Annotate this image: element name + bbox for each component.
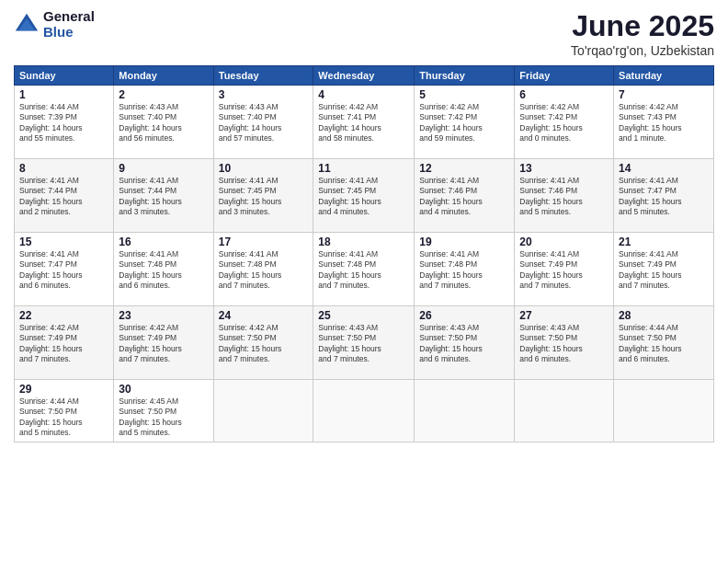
- day-number: 17: [219, 236, 309, 248]
- day-cell: 20Sunrise: 4:41 AM Sunset: 7:49 PM Dayli…: [515, 233, 614, 306]
- day-info: Sunrise: 4:41 AM Sunset: 7:48 PM Dayligh…: [318, 249, 409, 292]
- day-number: 6: [519, 88, 609, 101]
- day-info: Sunrise: 4:43 AM Sunset: 7:40 PM Dayligh…: [219, 102, 309, 144]
- day-number: 12: [419, 162, 509, 175]
- day-info: Sunrise: 4:41 AM Sunset: 7:44 PM Dayligh…: [119, 176, 208, 218]
- day-info: Sunrise: 4:44 AM Sunset: 7:39 PM Dayligh…: [19, 102, 108, 144]
- day-cell: 1Sunrise: 4:44 AM Sunset: 7:39 PM Daylig…: [15, 86, 114, 159]
- day-cell: [313, 380, 415, 442]
- day-info: Sunrise: 4:42 AM Sunset: 7:49 PM Dayligh…: [19, 323, 108, 365]
- day-info: Sunrise: 4:41 AM Sunset: 7:46 PM Dayligh…: [419, 176, 509, 218]
- day-cell: 8Sunrise: 4:41 AM Sunset: 7:44 PM Daylig…: [15, 159, 114, 233]
- day-info: Sunrise: 4:43 AM Sunset: 7:40 PM Dayligh…: [119, 102, 208, 144]
- title-month: June 2025: [571, 9, 714, 43]
- day-number: 26: [419, 309, 509, 322]
- day-cell: 7Sunrise: 4:42 AM Sunset: 7:43 PM Daylig…: [614, 86, 714, 159]
- day-cell: [614, 380, 714, 442]
- day-number: 4: [318, 88, 409, 101]
- day-number: 7: [619, 88, 709, 101]
- day-info: Sunrise: 4:43 AM Sunset: 7:50 PM Dayligh…: [419, 323, 509, 365]
- day-cell: 26Sunrise: 4:43 AM Sunset: 7:50 PM Dayli…: [415, 306, 515, 380]
- day-info: Sunrise: 4:42 AM Sunset: 7:42 PM Dayligh…: [519, 102, 609, 144]
- day-info: Sunrise: 4:41 AM Sunset: 7:44 PM Dayligh…: [19, 176, 108, 218]
- day-cell: 12Sunrise: 4:41 AM Sunset: 7:46 PM Dayli…: [415, 159, 515, 233]
- day-number: 15: [19, 236, 108, 248]
- day-number: 21: [619, 236, 709, 248]
- day-info: Sunrise: 4:41 AM Sunset: 7:46 PM Dayligh…: [519, 176, 609, 218]
- day-info: Sunrise: 4:41 AM Sunset: 7:47 PM Dayligh…: [619, 176, 709, 218]
- day-number: 5: [419, 88, 509, 101]
- col-header-thursday: Thursday: [415, 66, 515, 86]
- day-info: Sunrise: 4:41 AM Sunset: 7:47 PM Dayligh…: [19, 249, 108, 292]
- day-cell: 10Sunrise: 4:41 AM Sunset: 7:45 PM Dayli…: [213, 159, 313, 233]
- day-cell: 29Sunrise: 4:44 AM Sunset: 7:50 PM Dayli…: [15, 380, 114, 442]
- day-cell: 14Sunrise: 4:41 AM Sunset: 7:47 PM Dayli…: [614, 159, 714, 233]
- day-cell: 18Sunrise: 4:41 AM Sunset: 7:48 PM Dayli…: [313, 233, 415, 306]
- day-number: 20: [519, 236, 609, 248]
- day-cell: 30Sunrise: 4:45 AM Sunset: 7:50 PM Dayli…: [114, 380, 213, 442]
- day-cell: 22Sunrise: 4:42 AM Sunset: 7:49 PM Dayli…: [15, 306, 114, 380]
- day-number: 22: [19, 309, 108, 322]
- day-number: 1: [19, 88, 108, 101]
- day-number: 18: [318, 236, 409, 248]
- day-number: 25: [318, 309, 409, 322]
- col-header-monday: Monday: [114, 66, 213, 86]
- day-info: Sunrise: 4:41 AM Sunset: 7:49 PM Dayligh…: [619, 249, 709, 292]
- logo-icon: [14, 12, 40, 38]
- day-number: 10: [219, 162, 309, 175]
- day-cell: 28Sunrise: 4:44 AM Sunset: 7:50 PM Dayli…: [614, 306, 714, 380]
- day-cell: 15Sunrise: 4:41 AM Sunset: 7:47 PM Dayli…: [15, 233, 114, 306]
- day-cell: 19Sunrise: 4:41 AM Sunset: 7:48 PM Dayli…: [415, 233, 515, 306]
- day-cell: 9Sunrise: 4:41 AM Sunset: 7:44 PM Daylig…: [114, 159, 213, 233]
- title-location: To'rqao'rg'on, Uzbekistan: [571, 43, 714, 58]
- day-info: Sunrise: 4:41 AM Sunset: 7:45 PM Dayligh…: [318, 176, 409, 218]
- day-number: 3: [219, 88, 309, 101]
- day-cell: 11Sunrise: 4:41 AM Sunset: 7:45 PM Dayli…: [313, 159, 415, 233]
- logo: General Blue: [14, 9, 95, 40]
- day-cell: 16Sunrise: 4:41 AM Sunset: 7:48 PM Dayli…: [114, 233, 213, 306]
- day-number: 14: [619, 162, 709, 175]
- week-row-2: 8Sunrise: 4:41 AM Sunset: 7:44 PM Daylig…: [15, 159, 714, 233]
- day-number: 11: [318, 162, 409, 175]
- col-header-tuesday: Tuesday: [213, 66, 313, 86]
- day-info: Sunrise: 4:44 AM Sunset: 7:50 PM Dayligh…: [619, 323, 709, 365]
- day-info: Sunrise: 4:41 AM Sunset: 7:48 PM Dayligh…: [419, 249, 509, 292]
- day-number: 9: [119, 162, 208, 175]
- day-cell: 23Sunrise: 4:42 AM Sunset: 7:49 PM Dayli…: [114, 306, 213, 380]
- day-cell: 27Sunrise: 4:43 AM Sunset: 7:50 PM Dayli…: [515, 306, 614, 380]
- day-info: Sunrise: 4:41 AM Sunset: 7:48 PM Dayligh…: [119, 249, 208, 292]
- day-number: 24: [219, 309, 309, 322]
- day-cell: 13Sunrise: 4:41 AM Sunset: 7:46 PM Dayli…: [515, 159, 614, 233]
- week-row-4: 22Sunrise: 4:42 AM Sunset: 7:49 PM Dayli…: [15, 306, 714, 380]
- day-number: 30: [119, 383, 208, 396]
- day-info: Sunrise: 4:43 AM Sunset: 7:50 PM Dayligh…: [318, 323, 409, 365]
- day-cell: 4Sunrise: 4:42 AM Sunset: 7:41 PM Daylig…: [313, 86, 415, 159]
- day-cell: [213, 380, 313, 442]
- day-number: 29: [19, 383, 108, 396]
- logo-general: General: [43, 9, 95, 25]
- day-info: Sunrise: 4:41 AM Sunset: 7:45 PM Dayligh…: [219, 176, 309, 218]
- day-number: 16: [119, 236, 208, 248]
- week-row-5: 29Sunrise: 4:44 AM Sunset: 7:50 PM Dayli…: [15, 380, 714, 442]
- day-info: Sunrise: 4:41 AM Sunset: 7:49 PM Dayligh…: [519, 249, 609, 292]
- day-number: 27: [519, 309, 609, 322]
- header: General Blue June 2025 To'rqao'rg'on, Uz…: [14, 9, 714, 58]
- day-number: 23: [119, 309, 208, 322]
- col-header-wednesday: Wednesday: [313, 66, 415, 86]
- day-info: Sunrise: 4:43 AM Sunset: 7:50 PM Dayligh…: [519, 323, 609, 365]
- day-info: Sunrise: 4:45 AM Sunset: 7:50 PM Dayligh…: [119, 396, 208, 439]
- day-info: Sunrise: 4:42 AM Sunset: 7:41 PM Dayligh…: [318, 102, 409, 144]
- day-cell: 25Sunrise: 4:43 AM Sunset: 7:50 PM Dayli…: [313, 306, 415, 380]
- day-info: Sunrise: 4:42 AM Sunset: 7:42 PM Dayligh…: [419, 102, 509, 144]
- header-row: SundayMondayTuesdayWednesdayThursdayFrid…: [15, 66, 714, 86]
- day-number: 2: [119, 88, 208, 101]
- day-cell: [515, 380, 614, 442]
- day-number: 28: [619, 309, 709, 322]
- day-cell: [415, 380, 515, 442]
- day-cell: 6Sunrise: 4:42 AM Sunset: 7:42 PM Daylig…: [515, 86, 614, 159]
- title-block: June 2025 To'rqao'rg'on, Uzbekistan: [571, 9, 714, 58]
- day-number: 8: [19, 162, 108, 175]
- day-cell: 5Sunrise: 4:42 AM Sunset: 7:42 PM Daylig…: [415, 86, 515, 159]
- day-number: 19: [419, 236, 509, 248]
- day-cell: 3Sunrise: 4:43 AM Sunset: 7:40 PM Daylig…: [213, 86, 313, 159]
